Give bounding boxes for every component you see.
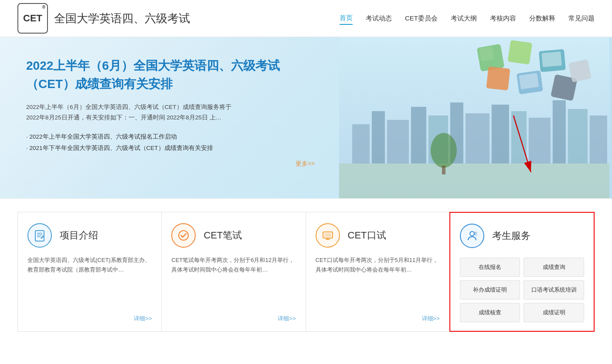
svg-rect-39 (474, 231, 477, 236)
svg-rect-2 (352, 124, 370, 163)
service-btn-oral-training[interactable]: 口语考试系统培训 (524, 280, 584, 299)
svg-rect-8 (466, 113, 490, 163)
nav-home[interactable]: 首页 (340, 12, 353, 25)
main-nav: 首页 考试动态 CET委员会 考试大纲 考核内容 分数解释 常见问题 (340, 12, 595, 25)
svg-rect-14 (590, 116, 607, 163)
svg-rect-19 (508, 40, 532, 65)
hero-image (337, 37, 612, 198)
hero-list-item[interactable]: 2021年下半年全国大学英语四、六级考试（CET）成绩查询有关安排 (26, 143, 315, 154)
svg-rect-10 (511, 111, 527, 163)
card-student-service: 考生服务 在线报名 成绩查询 补办成绩证明 口语考试系统培训 成绩核查 成绩证明 (449, 212, 595, 332)
card-written-title: CET笔试 (204, 229, 242, 242)
card-project-title: 项目介绍 (60, 229, 98, 242)
svg-rect-1 (339, 163, 609, 198)
service-btn-register[interactable]: 在线报名 (460, 258, 520, 277)
svg-rect-26 (568, 59, 592, 82)
cards-section: 项目介绍 全国大学英语四、六级考试(CET)系教育部主办、教育部教育考试院（原教… (0, 198, 612, 345)
service-grid: 在线报名 成绩查询 补办成绩证明 口语考试系统培训 成绩核查 成绩证明 (460, 258, 584, 322)
logo-badge: CET ® (17, 3, 48, 34)
card-oral-header: CET口试 (316, 223, 440, 248)
svg-rect-12 (553, 100, 566, 163)
service-btn-score-check[interactable]: 成绩查询 (524, 258, 584, 277)
svg-rect-4 (387, 120, 409, 163)
card-oral-test: CET口试 CET口试每年开考两次，分别于5月和11月举行，具体考试时间我中心将… (306, 212, 449, 332)
card-written-body: CET笔试每年开考两次，分别于6月和12月举行，具体考试时间我中心将会在每年年初… (171, 255, 296, 310)
hero-desc: 2022年上半年（6月）全国大学英语四、六级考试（CET）成绩查询服务将于 20… (26, 102, 315, 123)
card-project-more[interactable]: 详细>> (134, 315, 152, 323)
svg-rect-11 (529, 118, 551, 163)
nav-news[interactable]: 考试动态 (366, 13, 392, 24)
service-btn-score-review[interactable]: 成绩核查 (460, 303, 520, 322)
svg-rect-3 (372, 111, 385, 163)
nav-outline[interactable]: 考试大纲 (451, 13, 477, 24)
card-written-header: CET笔试 (171, 223, 296, 248)
svg-rect-9 (492, 105, 509, 163)
service-btn-cert[interactable]: 成绩证明 (524, 303, 584, 322)
svg-point-15 (431, 133, 457, 168)
site-header: CET ® 全国大学英语四、六级考试 首页 考试动态 CET委员会 考试大纲 考… (0, 0, 612, 37)
svg-rect-24 (519, 73, 539, 89)
card-project-intro: 项目介绍 全国大学英语四、六级考试(CET)系教育部主办、教育部教育考试院（原教… (17, 212, 161, 332)
card-service-title: 考生服务 (492, 229, 530, 242)
svg-point-33 (179, 231, 188, 240)
logo-reg: ® (42, 5, 45, 10)
card-oral-icon (316, 223, 340, 248)
svg-rect-13 (568, 109, 588, 163)
svg-rect-35 (324, 233, 331, 237)
card-oral-body: CET口试每年开考两次，分别于5月和11月举行，具体考试时间我中心将会在每年年初… (316, 255, 440, 310)
hero-content: 2022上半年（6月）全国大学英语四、六级考试（CET）成绩查询有关安排 202… (0, 37, 337, 198)
svg-rect-16 (442, 166, 445, 174)
card-oral-more[interactable]: 详细>> (422, 315, 440, 323)
hero-more-link[interactable]: 更多>> (296, 160, 315, 168)
card-service-icon (460, 224, 484, 248)
site-title: 全国大学英语四、六级考试 (54, 11, 190, 26)
hero-list: 2022年上半年全国大学英语四、六级考试报名工作启动 2021年下半年全国大学英… (26, 131, 315, 154)
card-written-test: CET笔试 CET笔试每年开考两次，分别于6月和12月举行，具体考试时间我中心将… (161, 212, 305, 332)
hero-title: 2022上半年（6月）全国大学英语四、六级考试（CET）成绩查询有关安排 (26, 57, 315, 93)
nav-content[interactable]: 考核内容 (490, 13, 516, 24)
nav-faq[interactable]: 常见问题 (568, 13, 595, 24)
nav-score[interactable]: 分数解释 (529, 13, 555, 24)
svg-rect-18 (479, 46, 494, 61)
card-service-header: 考生服务 (460, 224, 584, 248)
svg-rect-21 (542, 51, 562, 67)
hero-list-item[interactable]: 2022年上半年全国大学英语四、六级考试报名工作启动 (26, 131, 315, 143)
card-project-intro-header: 项目介绍 (27, 223, 152, 248)
service-btn-cert-reissue[interactable]: 补办成绩证明 (460, 280, 520, 299)
hero-banner: 2022上半年（6月）全国大学英语四、六级考试（CET）成绩查询有关安排 202… (0, 37, 612, 198)
logo-text: CET (23, 13, 42, 24)
hero-illustration (337, 37, 612, 198)
card-project-icon (27, 223, 52, 248)
card-written-icon (171, 223, 196, 248)
card-oral-title: CET口试 (348, 229, 386, 242)
card-project-body: 全国大学英语四、六级考试(CET)系教育部主办、教育部教育考试院（原教育部考试中… (27, 255, 152, 310)
nav-committee[interactable]: CET委员会 (405, 13, 438, 24)
card-written-more[interactable]: 详细>> (278, 315, 296, 323)
svg-rect-25 (486, 67, 510, 91)
svg-rect-5 (411, 107, 426, 163)
logo-area: CET ® 全国大学英语四、六级考试 (17, 3, 190, 34)
